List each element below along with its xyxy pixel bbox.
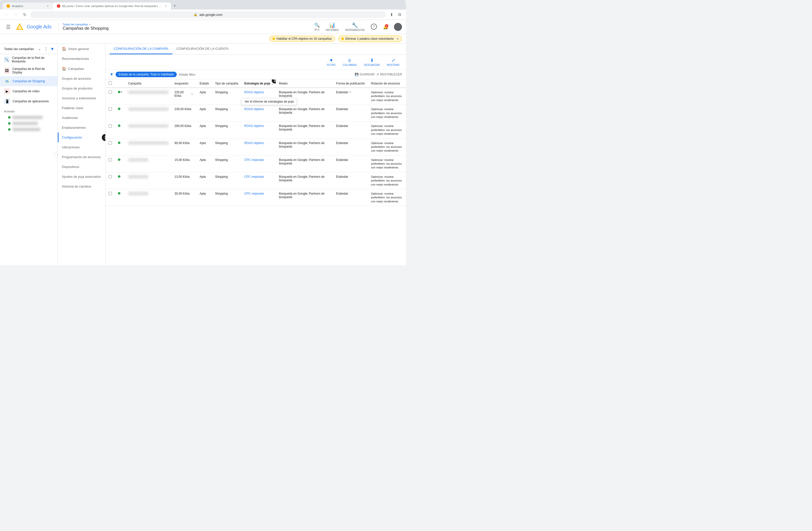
sidebar-item-display[interactable]: 🖼 Campañas de la Red de Display: [0, 65, 58, 76]
subnav-dispositivos[interactable]: Dispositivos: [58, 162, 105, 172]
subnav-vision-general[interactable]: 🏠 Visión general: [58, 44, 105, 54]
subnav-grupos-anuncios[interactable]: Grupos de anuncios: [58, 74, 105, 84]
subnav-emplazamientos[interactable]: Emplazamientos: [58, 123, 105, 132]
row-status-3: [115, 122, 125, 139]
save-button[interactable]: 💾 GUARDAR: [355, 73, 375, 76]
help-button[interactable]: ?: [368, 23, 379, 31]
subnav-historial[interactable]: Historial de cambios: [58, 182, 105, 191]
sidebar-all-campaigns[interactable]: Todas las campañas ⌄ ⋮ ▾: [0, 44, 58, 54]
columnas-button[interactable]: ⫼ COLUMNAS: [340, 57, 360, 67]
notifications-button[interactable]: 🔔 1: [380, 23, 391, 31]
mostrar-button[interactable]: ⤢ MOSTRAR: [385, 57, 402, 67]
row-checkbox-1[interactable]: [108, 90, 112, 94]
row-checkbox-cell-2[interactable]: [105, 105, 115, 122]
row-checkbox-cell-4[interactable]: [105, 139, 115, 155]
row-redes-6: Búsqueda en Google; Partners de búsqueda: [276, 172, 333, 189]
status-dropdown-1[interactable]: ▾: [121, 90, 122, 93]
row-estrategia-1: ROAS objetivo Ver el informe de estrateg…: [241, 88, 276, 105]
tab-configuracion-cuenta[interactable]: CONFIGURACIÓN DE LA CUENTA: [172, 44, 233, 54]
row-checkbox-6[interactable]: [108, 175, 112, 178]
row-checkbox-3[interactable]: [108, 124, 112, 128]
sidebar-item-video[interactable]: ▶ Campañas de vídeo: [0, 86, 58, 96]
subnav-ubicaciones[interactable]: Ubicaciones: [58, 142, 105, 152]
sidebar-campaign-item-2[interactable]: [0, 120, 58, 127]
dropdown-arrow-icon[interactable]: ▾: [51, 46, 54, 52]
reload-button[interactable]: ↻: [21, 11, 28, 18]
notification-pill-2[interactable]: Eliminar 1 palabra clave redundante ×: [338, 35, 402, 42]
sidebar-item-apps[interactable]: 📱 Campañas de aplicaciones: [0, 96, 58, 106]
estrategia-link-4[interactable]: ROAS objetivo: [244, 141, 264, 145]
apps-campaign-icon: 📱: [4, 98, 10, 104]
edit-forma-1[interactable]: ✏: [349, 90, 351, 94]
subnav-configuracion[interactable]: Configuración 1: [58, 132, 105, 142]
notif-dot-1: [273, 38, 275, 40]
estrategia-link-6[interactable]: CPC mejorado: [244, 175, 264, 178]
row-checkbox-7[interactable]: [108, 192, 112, 195]
filter-chip[interactable]: Estado de la campaña: Todo lo habilitado: [116, 72, 177, 77]
subnav-campanas[interactable]: 🏠 Campañas: [58, 63, 105, 74]
page-title: Campañas de Shopping: [62, 26, 108, 31]
row-checkbox-cell-3[interactable]: [105, 122, 115, 139]
row-checkbox-cell-5[interactable]: [105, 155, 115, 172]
ir-a-button[interactable]: 🔍 IR A: [312, 21, 322, 32]
notif-close-button[interactable]: ×: [397, 37, 399, 41]
subnav-label-audiencias: Audiencias: [62, 116, 78, 120]
tab-configuracion-campana[interactable]: CONFIGURACIÓN DE LA CAMPAÑA: [110, 44, 172, 54]
browser-tab-analytics[interactable]: Analytics ×: [2, 2, 53, 10]
hamburger-menu[interactable]: ☰: [4, 22, 13, 32]
address-bar[interactable]: 🔒 ads.google.com: [30, 11, 386, 18]
notification-pill-1[interactable]: Habilitar el CPA objetivo en 10 campañas: [269, 36, 335, 42]
row-campaign-5: [125, 155, 172, 172]
row-tipo-5: Shopping: [212, 155, 241, 172]
subnav-ajustes-puja[interactable]: Ajustes de puja avanzados: [58, 172, 105, 182]
tab-close-semr[interactable]: ×: [165, 4, 167, 8]
add-filter-button[interactable]: Añadir filtro: [179, 73, 195, 76]
estrategia-link-2[interactable]: ROAS objetivo: [244, 107, 264, 111]
row-status-7: [115, 189, 125, 206]
subnav-programacion[interactable]: Programación de anuncios: [58, 152, 105, 162]
sidebar-item-shopping[interactable]: 🛍 Campañas de Shopping: [0, 76, 58, 86]
browser-tab-semr[interactable]: My posts / Cómo crear campañas óptimas e…: [53, 2, 171, 10]
informes-button[interactable]: 📊 INFORMES: [323, 21, 342, 32]
tab-close-analytics[interactable]: ×: [47, 4, 49, 8]
more-options-icon[interactable]: ⋮: [44, 46, 48, 51]
filtro-button[interactable]: ▼ FILTRO: [324, 57, 338, 67]
search-campaign-icon: 🔍: [4, 57, 9, 62]
descargar-button[interactable]: ⬇ DESCARGAR: [362, 57, 382, 67]
estrategia-link-5[interactable]: CPC mejorado: [244, 158, 264, 162]
row-status-2: [115, 105, 125, 122]
subnav-recomendaciones[interactable]: Recomendaciones: [58, 54, 105, 63]
row-checkbox-5[interactable]: [108, 158, 112, 161]
fullscreen-button[interactable]: ⧉: [396, 11, 403, 18]
sidebar-item-busqueda[interactable]: 🔍 Campañas de la Red de Búsqueda: [0, 54, 58, 65]
share-button[interactable]: ⬆: [388, 11, 395, 18]
notif-text-2: Eliminar 1 palabra clave redundante: [345, 37, 394, 41]
forward-button[interactable]: →: [12, 11, 19, 18]
restore-button[interactable]: ✕ RESTABLECER: [377, 73, 402, 76]
edit-budget-1[interactable]: ✏: [191, 92, 193, 96]
herramientas-button[interactable]: 🔧 HERRAMIENTAS: [343, 21, 367, 32]
new-tab-button[interactable]: +: [171, 2, 178, 10]
subnav-audiencias[interactable]: Audiencias: [58, 113, 105, 123]
subnav-grupos-productos[interactable]: Grupos de productos: [58, 84, 105, 93]
row-checkbox-cell-6[interactable]: [105, 172, 115, 189]
back-button[interactable]: ←: [3, 11, 10, 18]
estrategia-link-3[interactable]: ROAS objetivo: [244, 124, 264, 128]
row-campaign-1: [125, 88, 172, 105]
sidebar-campaign-item-3[interactable]: [0, 127, 58, 132]
row-checkbox-4[interactable]: [108, 141, 112, 145]
row-checkbox-2[interactable]: [108, 107, 112, 111]
row-checkbox-cell-1[interactable]: [105, 88, 115, 105]
user-avatar[interactable]: [394, 23, 402, 31]
estrategia-link-7[interactable]: CPC mejorado: [244, 192, 264, 195]
sidebar-collapse-button[interactable]: ‹: [55, 152, 58, 158]
all-campaigns-label: Todas las campañas: [4, 47, 34, 51]
subnav-anuncios-extensiones[interactable]: Anuncios y extensiones: [58, 93, 105, 103]
sidebar-campaign-item-1[interactable]: [0, 114, 58, 120]
estrategia-header[interactable]: Estrategia de puja ↓ 2: [241, 80, 276, 88]
select-all-checkbox[interactable]: [108, 82, 112, 85]
row-checkbox-cell-7[interactable]: [105, 189, 115, 206]
breadcrumb-parent[interactable]: Todas las campañas: [62, 23, 88, 26]
estrategia-link-1[interactable]: ROAS objetivo: [244, 90, 264, 94]
subnav-palabras-clave[interactable]: Palabras clave: [58, 103, 105, 113]
